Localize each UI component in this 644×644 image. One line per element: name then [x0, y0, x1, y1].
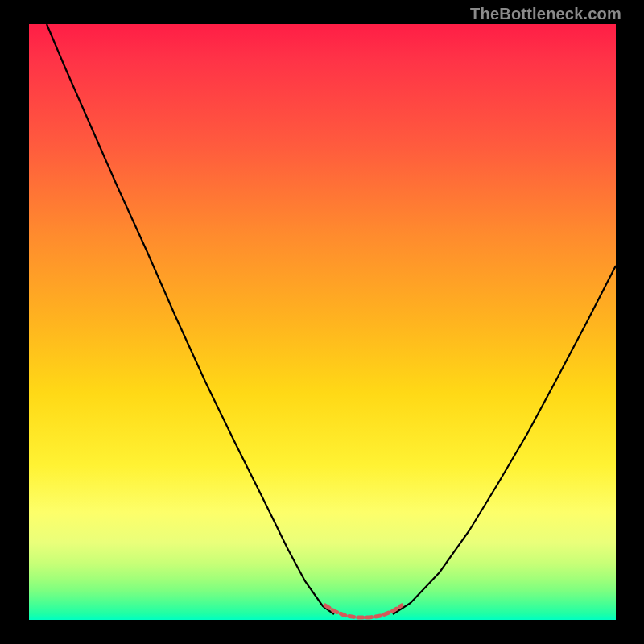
heat-gradient-background: [29, 24, 616, 620]
watermark-text: TheBottleneck.com: [470, 5, 621, 23]
chart-frame: TheBottleneck.com: [0, 0, 644, 644]
plot-area: [29, 24, 616, 620]
